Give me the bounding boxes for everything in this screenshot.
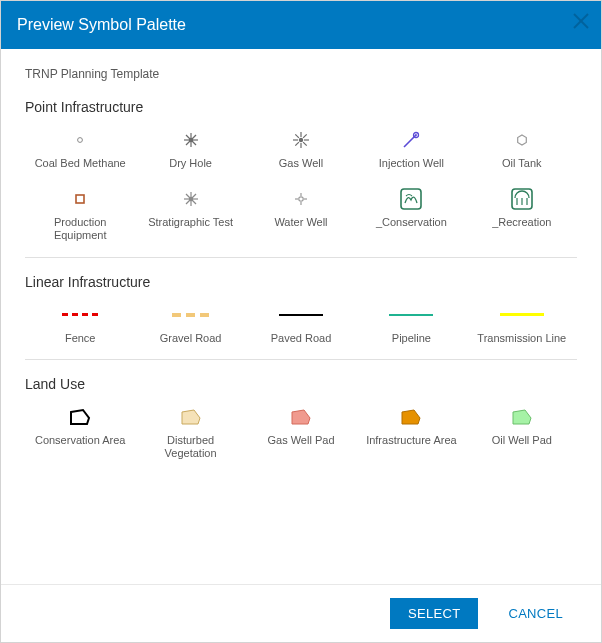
point-grid: Coal Bed Methane Dry Hole <box>25 129 577 243</box>
transmission-line-icon <box>507 304 537 326</box>
template-name: TRNP Planning Template <box>25 67 577 81</box>
water-well-icon <box>286 188 316 210</box>
dry-hole-icon <box>176 129 206 151</box>
dialog-content: TRNP Planning Template Point Infrastruct… <box>1 49 601 584</box>
symbol-fence[interactable]: Fence <box>25 304 135 345</box>
svg-marker-37 <box>71 410 89 424</box>
oil-well-pad-icon <box>507 406 537 428</box>
svg-line-14 <box>295 134 299 138</box>
conservation-area-icon <box>65 406 95 428</box>
symbol-label: Coal Bed Methane <box>35 157 126 170</box>
section-title-point: Point Infrastructure <box>25 99 577 115</box>
disturbed-vegetation-icon <box>176 406 206 428</box>
dialog-footer: SELECT CANCEL <box>1 584 601 642</box>
dialog: Preview Symbol Palette TRNP Planning Tem… <box>0 0 602 643</box>
symbol-gas-well[interactable]: Gas Well <box>246 129 356 170</box>
recreation-icon <box>507 188 537 210</box>
infrastructure-area-icon <box>396 406 426 428</box>
symbol-gas-well-pad[interactable]: Gas Well Pad <box>246 406 356 460</box>
symbol-oil-well-pad[interactable]: Oil Well Pad <box>467 406 577 460</box>
symbol-label: Gas Well Pad <box>267 434 334 447</box>
svg-line-13 <box>303 142 307 146</box>
symbol-conservation[interactable]: _Conservation <box>356 188 466 242</box>
symbol-label: Conservation Area <box>35 434 126 447</box>
symbol-label: Transmission Line <box>477 332 566 345</box>
svg-marker-38 <box>182 410 200 424</box>
symbol-stratigraphic-test[interactable]: Stratigraphic Test <box>135 188 245 242</box>
svg-marker-40 <box>402 410 420 424</box>
svg-marker-39 <box>292 410 310 424</box>
symbol-label: _Conservation <box>376 216 447 229</box>
symbol-label: Infrastructure Area <box>366 434 457 447</box>
symbol-production-equipment[interactable]: Production Equipment <box>25 188 135 242</box>
symbol-label: Oil Well Pad <box>492 434 552 447</box>
symbol-oil-tank[interactable]: Oil Tank <box>467 129 577 170</box>
symbol-label: Stratigraphic Test <box>148 216 233 229</box>
svg-line-15 <box>295 142 299 146</box>
svg-point-7 <box>189 138 192 141</box>
svg-point-19 <box>415 134 417 136</box>
symbol-infrastructure-area[interactable]: Infrastructure Area <box>356 406 466 460</box>
symbol-pipeline[interactable]: Pipeline <box>356 304 466 345</box>
symbol-recreation[interactable]: _Recreation <box>467 188 577 242</box>
symbol-label: Paved Road <box>271 332 332 345</box>
symbol-label: Disturbed Vegetation <box>143 434 239 460</box>
symbol-water-well[interactable]: Water Well <box>246 188 356 242</box>
symbol-label: Fence <box>65 332 96 345</box>
gravel-road-icon <box>176 304 206 326</box>
svg-point-27 <box>299 197 303 201</box>
symbol-conservation-area[interactable]: Conservation Area <box>25 406 135 460</box>
close-icon[interactable] <box>571 11 591 31</box>
symbol-label: _Recreation <box>492 216 551 229</box>
production-equipment-icon <box>65 188 95 210</box>
symbol-dry-hole[interactable]: Dry Hole <box>135 129 245 170</box>
fence-icon <box>65 304 95 326</box>
select-button[interactable]: SELECT <box>390 598 478 629</box>
symbol-label: Injection Well <box>379 157 444 170</box>
svg-marker-20 <box>517 135 526 145</box>
svg-point-8 <box>299 138 302 141</box>
symbol-transmission-line[interactable]: Transmission Line <box>467 304 577 345</box>
symbol-label: Pipeline <box>392 332 431 345</box>
divider <box>25 359 577 360</box>
landuse-grid: Conservation Area Disturbed Vegetation G… <box>25 406 577 460</box>
gas-well-icon <box>286 129 316 151</box>
symbol-label: Oil Tank <box>502 157 542 170</box>
pipeline-icon <box>396 304 426 326</box>
symbol-injection-well[interactable]: Injection Well <box>356 129 466 170</box>
titlebar: Preview Symbol Palette <box>1 1 601 49</box>
dialog-title: Preview Symbol Palette <box>17 16 186 34</box>
symbol-paved-road[interactable]: Paved Road <box>246 304 356 345</box>
symbol-label: Water Well <box>274 216 327 229</box>
conservation-icon <box>396 188 426 210</box>
cancel-button[interactable]: CANCEL <box>490 598 581 629</box>
symbol-disturbed-vegetation[interactable]: Disturbed Vegetation <box>135 406 245 460</box>
divider <box>25 257 577 258</box>
oil-tank-icon <box>507 129 537 151</box>
svg-line-16 <box>303 134 307 138</box>
svg-point-26 <box>189 198 192 201</box>
svg-point-2 <box>78 138 83 143</box>
symbol-coal-bed-methane[interactable]: Coal Bed Methane <box>25 129 135 170</box>
gas-well-pad-icon <box>286 406 316 428</box>
stratigraphic-test-icon <box>176 188 206 210</box>
symbol-label: Gravel Road <box>160 332 222 345</box>
section-title-linear: Linear Infrastructure <box>25 274 577 290</box>
symbol-label: Gas Well <box>279 157 323 170</box>
svg-marker-41 <box>513 410 531 424</box>
injection-well-icon <box>396 129 426 151</box>
coal-bed-methane-icon <box>65 129 95 151</box>
symbol-label: Dry Hole <box>169 157 212 170</box>
svg-rect-21 <box>76 195 84 203</box>
symbol-label: Production Equipment <box>32 216 128 242</box>
paved-road-icon <box>286 304 316 326</box>
linear-grid: Fence Gravel Road Paved Road Pipeline <box>25 304 577 345</box>
section-title-landuse: Land Use <box>25 376 577 392</box>
symbol-gravel-road[interactable]: Gravel Road <box>135 304 245 345</box>
